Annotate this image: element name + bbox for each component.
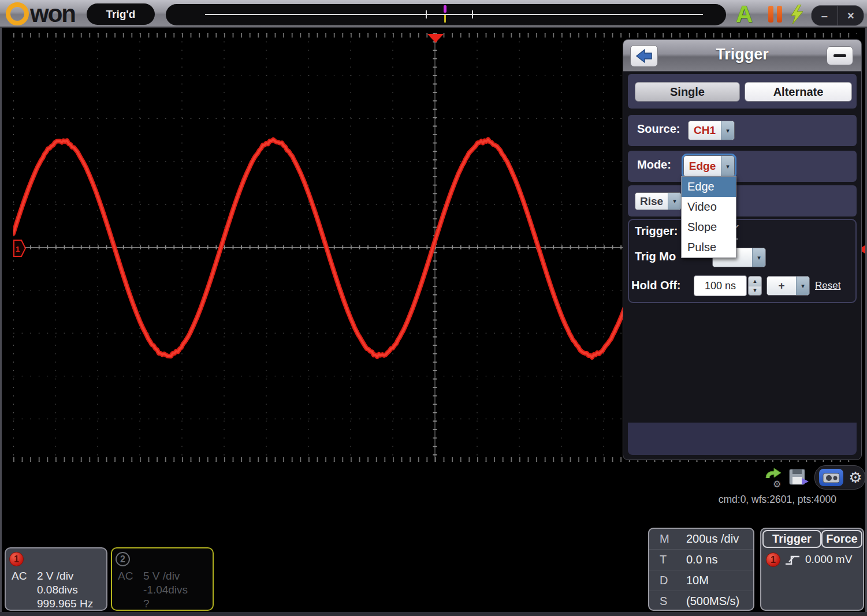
channel-1-scale: 2 V /div xyxy=(37,569,93,583)
trigger-row-label: Trigger: xyxy=(635,225,678,238)
rising-edge-icon xyxy=(784,553,802,567)
svg-text:⚙: ⚙ xyxy=(773,479,781,488)
svg-text:1: 1 xyxy=(16,245,20,253)
ch1-position-marker[interactable]: 1 xyxy=(14,240,25,256)
timebase-row-t: T 0.0 ns xyxy=(649,550,753,570)
dropdown-arrow-icon: ▾ xyxy=(721,156,734,177)
titlebar: won Trig'd A – × xyxy=(0,0,867,28)
channel-1-frequency: 999.965 Hz xyxy=(37,597,93,611)
timebase-row-d: D 10M xyxy=(649,570,753,591)
dropdown-arrow-icon: ▾ xyxy=(668,193,681,210)
trigger-status-badge: Trig'd xyxy=(87,3,155,25)
spin-down-icon[interactable]: ▼ xyxy=(749,286,761,296)
source-row: Source: CH1 ▾ xyxy=(628,115,857,146)
channel-1-readout: AC 2 V /div 0.08divs 999.965 Hz xyxy=(12,569,93,611)
timebase-key: M xyxy=(649,532,686,546)
camera-icon[interactable] xyxy=(819,469,843,486)
spin-up-icon[interactable]: ▲ xyxy=(749,277,761,286)
mode-option-video[interactable]: Video xyxy=(682,197,736,217)
window-frame-bottom xyxy=(0,612,867,616)
mode-option-edge[interactable]: Edge xyxy=(682,177,736,197)
trigger-panel: Trigger Single Alternate Source: CH1 ▾ M… xyxy=(623,39,862,460)
trigger-panel-header: Trigger xyxy=(623,40,861,72)
settings-gear-icon[interactable]: ⚙ xyxy=(849,470,862,485)
autoscale-lightning-icon[interactable] xyxy=(789,5,805,24)
slider-tick xyxy=(472,10,473,18)
mode-option-pulse[interactable]: Pulse xyxy=(682,237,736,257)
dropdown-arrow-icon: ▾ xyxy=(721,121,734,140)
mode-label: Mode: xyxy=(637,158,671,171)
acquisition-status-text: cmd:0, wfs:2601, pts:4000 xyxy=(682,494,836,506)
trig-mode-label: Trig Mo xyxy=(635,250,676,263)
channel-1-coupling: AC xyxy=(12,569,37,611)
autoset-icon[interactable]: A xyxy=(736,1,753,27)
channel-1-badge: 1 xyxy=(9,552,24,566)
channel-2-badge: 2 xyxy=(116,552,130,566)
channel-2-frequency: ? xyxy=(143,597,188,611)
window-frame-left xyxy=(0,28,2,616)
timebase-key: T xyxy=(649,553,686,566)
trigger-status-box: Trigger Force 1 0.000 mV xyxy=(760,528,864,611)
trigger-button[interactable]: Trigger xyxy=(762,530,821,548)
trigger-level-value: 0.000 mV xyxy=(805,553,852,566)
dropdown-arrow-icon: ▾ xyxy=(752,248,765,267)
utility-toolbar: ⚙ ⚙ xyxy=(764,465,865,490)
panel-footer xyxy=(628,423,857,455)
mode-options-list: Edge Video Slope Pulse xyxy=(681,176,736,258)
holdoff-spinner[interactable]: ▲ ▼ xyxy=(748,276,762,296)
timebase-row-m: M 200us /div xyxy=(649,529,753,550)
run-pause-icon[interactable] xyxy=(768,6,782,23)
channel-2-position: -1.04divs xyxy=(143,583,188,597)
slope-dropdown[interactable]: Rise ▾ xyxy=(635,192,682,210)
owon-logo-text: won xyxy=(30,3,75,25)
timebase-value: 10M xyxy=(686,574,709,587)
capture-settings-pill: ⚙ xyxy=(814,465,865,490)
polarity-value: + xyxy=(767,277,796,295)
channel-2-scale: 5 V /div xyxy=(143,569,188,583)
mode-option-slope[interactable]: Slope xyxy=(682,217,736,237)
slider-tick xyxy=(426,10,427,18)
holdoff-label: Hold Off: xyxy=(631,279,681,292)
timebase-value: 0.0 ns xyxy=(686,553,717,566)
trigger-source-badge: 1 xyxy=(766,552,780,567)
force-button[interactable]: Force xyxy=(821,530,862,548)
mode-row: Mode: Edge ▾ xyxy=(628,151,857,182)
source-dropdown[interactable]: CH1 ▾ xyxy=(688,121,735,140)
channel-1-box[interactable]: 1 AC 2 V /div 0.08divs 999.965 Hz xyxy=(5,547,107,611)
owon-logo-o-icon xyxy=(6,2,29,25)
timebase-key: S xyxy=(649,595,686,608)
slope-value: Rise xyxy=(635,193,668,210)
channel-2-box[interactable]: 2 AC 5 V /div -1.04divs ? xyxy=(111,547,214,611)
mode-dropdown[interactable]: Edge ▾ xyxy=(683,155,735,177)
timebase-value: (500MS/s) xyxy=(686,595,739,608)
holdoff-reset-link[interactable]: Reset xyxy=(815,280,840,292)
window-minimize-button[interactable]: – xyxy=(812,6,838,25)
sample-window-marker xyxy=(444,15,446,23)
channel-1-position: 0.08divs xyxy=(37,583,93,597)
source-value: CH1 xyxy=(689,121,721,140)
source-label: Source: xyxy=(637,122,680,136)
trigger-position-handle[interactable] xyxy=(444,5,446,13)
oscilloscope-app: won Trig'd A – × 1 xyxy=(0,0,867,616)
trigger-settings-group: Trigger: Trig Mo ▾ Hold Off: ▲ ▼ + ▾ Res… xyxy=(628,219,857,303)
slope-row: Rise ▾ xyxy=(628,185,857,216)
timebase-key: D xyxy=(649,574,686,587)
horizontal-position-slider[interactable] xyxy=(166,4,726,25)
window-close-button[interactable]: × xyxy=(838,6,864,25)
timebase-row-s: S (500MS/s) xyxy=(649,591,753,611)
tab-single[interactable]: Single xyxy=(635,82,740,102)
save-icon[interactable] xyxy=(788,466,811,488)
network-icon[interactable]: ⚙ xyxy=(764,466,784,488)
panel-collapse-button[interactable] xyxy=(827,46,853,65)
mode-value: Edge xyxy=(684,156,721,177)
channel-2-readout: AC 5 V /div -1.04divs ? xyxy=(118,569,188,611)
trigger-type-tabs: Single Alternate xyxy=(628,74,857,109)
holdoff-input[interactable] xyxy=(694,275,747,296)
timebase-panel: M 200us /div T 0.0 ns D 10M S (500MS/s) xyxy=(648,528,754,611)
tab-alternate[interactable]: Alternate xyxy=(745,82,852,102)
trigger-time-marker-icon[interactable] xyxy=(427,34,444,43)
timebase-value: 200us /div xyxy=(686,532,739,546)
polarity-dropdown[interactable]: + ▾ xyxy=(766,276,810,296)
owon-logo: won xyxy=(6,3,75,25)
collapse-minus-icon xyxy=(833,54,846,57)
